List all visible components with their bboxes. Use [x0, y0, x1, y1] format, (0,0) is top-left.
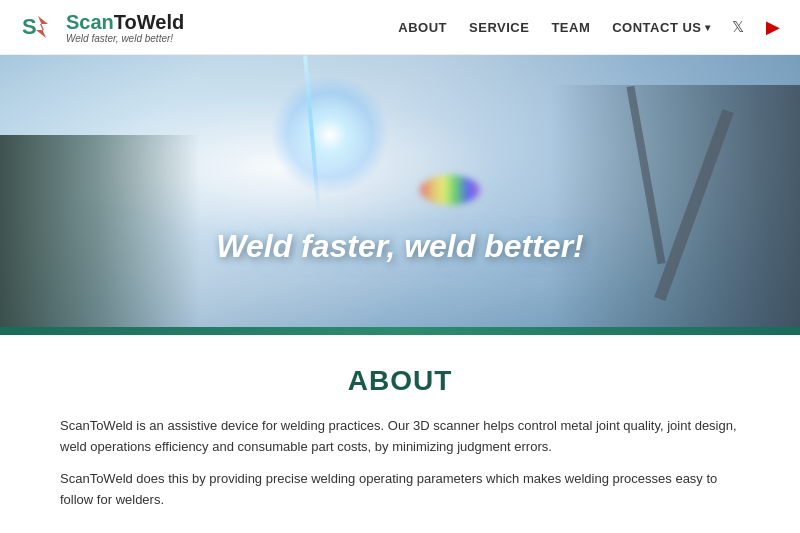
lens-flare [420, 175, 480, 205]
svg-text:S: S [22, 14, 37, 39]
hero-section: Weld faster, weld better! [0, 55, 800, 335]
svg-marker-1 [36, 16, 48, 38]
header: S ScanToWeld Weld faster, weld better! A… [0, 0, 800, 55]
logo-text: ScanToWeld Weld faster, weld better! [66, 11, 184, 44]
about-paragraph-1: ScanToWeld is an assistive device for we… [60, 415, 740, 458]
about-paragraph-2: ScanToWeld does this by providing precis… [60, 468, 740, 511]
logo-subtitle: Weld faster, weld better! [66, 33, 184, 44]
nav-about[interactable]: ABOUT [398, 20, 447, 35]
about-title: ABOUT [60, 365, 740, 397]
hero-sparks [0, 55, 800, 335]
logo-title: ScanToWeld [66, 11, 184, 33]
arc-glow [270, 75, 390, 195]
about-section: ABOUT ScanToWeld is an assistive device … [0, 335, 800, 533]
nav-service[interactable]: SERVICE [469, 20, 529, 35]
nav-contact-us[interactable]: CONTACT US ▾ [612, 20, 710, 35]
logo-toweld: ToWeld [114, 11, 184, 33]
twitter-icon[interactable]: 𝕏 [732, 18, 744, 36]
youtube-icon[interactable]: ▶ [766, 16, 780, 38]
logo[interactable]: S ScanToWeld Weld faster, weld better! [20, 8, 184, 46]
structure-right [550, 85, 800, 335]
chevron-down-icon: ▾ [705, 22, 711, 33]
logo-scan: Scan [66, 11, 114, 33]
logo-icon: S [20, 8, 58, 46]
navigation: ABOUT SERVICE TEAM CONTACT US ▾ 𝕏 ▶ [398, 16, 780, 38]
hero-tagline: Weld faster, weld better! [0, 228, 800, 265]
hero-bottom-bar [0, 327, 800, 335]
nav-team[interactable]: TEAM [551, 20, 590, 35]
